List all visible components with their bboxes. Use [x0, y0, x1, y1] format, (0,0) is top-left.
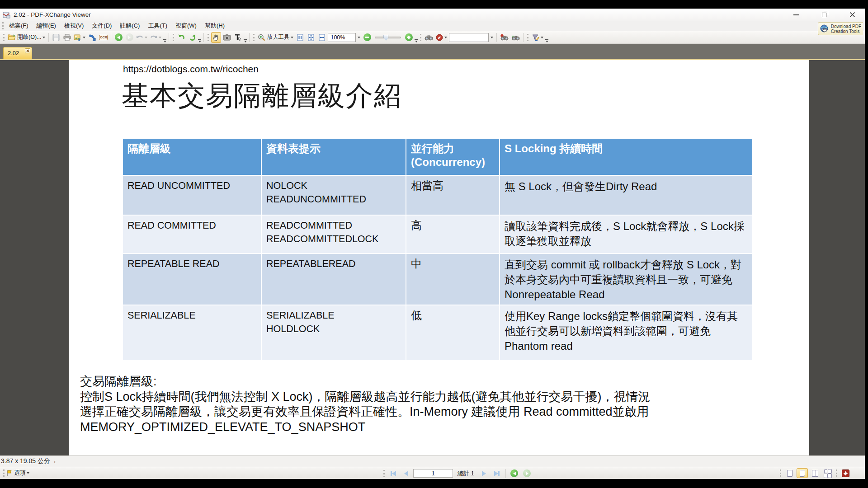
fit-width-button[interactable] [317, 32, 327, 43]
two-page-layout-button[interactable] [809, 468, 821, 478]
rotate-cw-icon [189, 34, 196, 41]
screen: 2.02 - PDF-XChange Viewer 檔案(F) 編輯(E) 檢視… [0, 0, 868, 488]
toolbar-grip[interactable] [253, 34, 255, 41]
highlight-filter-button[interactable] [531, 32, 544, 43]
open-in-adobe-button[interactable] [840, 468, 851, 478]
menu-window[interactable]: 視窗(W) [171, 21, 201, 31]
zoom-slider-thumb[interactable] [383, 35, 388, 41]
zoom-tool-button[interactable]: 放大工具 [257, 32, 294, 43]
close-button[interactable] [843, 9, 861, 20]
search-previous-button[interactable] [499, 32, 509, 43]
search-provider-button[interactable] [435, 32, 448, 43]
next-view-status-button[interactable] [522, 469, 533, 478]
search-history-caret[interactable] [491, 37, 493, 38]
separator [48, 33, 49, 42]
table-cell: NOLOCK READUNCOMMITTED [262, 176, 406, 215]
menu-file[interactable]: 檔案(F) [5, 21, 33, 31]
separator [111, 33, 111, 42]
toolbar-grip[interactable] [3, 34, 5, 41]
open-button[interactable]: 開啟(O)... [7, 32, 46, 43]
rotate-ccw-button[interactable] [176, 32, 186, 43]
search-provider-caret [444, 37, 447, 38]
zoom-level-select[interactable]: 100% [328, 33, 356, 42]
layout-grip[interactable] [780, 469, 781, 477]
options-caret[interactable] [27, 472, 29, 474]
continuous-layout-button[interactable] [797, 468, 808, 478]
search-next-button[interactable] [510, 32, 521, 43]
toolbar-overflow-button[interactable] [198, 39, 201, 42]
toolbar-overflow-button[interactable] [244, 39, 247, 42]
previous-view-button[interactable] [113, 32, 123, 43]
toolbar-overflow-button[interactable] [415, 39, 418, 42]
previous-page-button[interactable] [401, 469, 411, 478]
select-text-button[interactable] [233, 32, 243, 43]
tab-document[interactable]: 2.02 [3, 47, 32, 59]
undo-button[interactable] [135, 32, 148, 43]
hand-tool-button[interactable] [211, 32, 221, 43]
search-input[interactable] [449, 33, 489, 42]
page-total-label: 總計 1 [458, 469, 474, 478]
search-button[interactable] [424, 32, 434, 43]
fit-page-button[interactable] [306, 32, 316, 43]
layout-grip[interactable] [836, 469, 837, 477]
chevron-left-icon[interactable]: ‹ [54, 458, 56, 465]
download-badge-text: Download PDF Creation Tools [831, 24, 861, 34]
first-page-button[interactable] [388, 469, 399, 478]
window-title: 2.02 - PDF-XChange Viewer [14, 11, 91, 18]
menu-document[interactable]: 文件(D) [88, 21, 116, 31]
next-view-icon [126, 33, 133, 41]
tile-layout-button[interactable] [822, 468, 833, 478]
menubar-grip[interactable] [2, 22, 4, 29]
zoom-level-caret[interactable] [358, 37, 360, 38]
export-image-icon [74, 34, 81, 41]
toolbar-grip[interactable] [208, 34, 209, 41]
menu-edit[interactable]: 編輯(E) [33, 21, 60, 31]
page-navigation: 總計 1 [382, 467, 533, 479]
ocr-button[interactable]: OCR [98, 32, 108, 43]
zoom-slider[interactable] [375, 37, 401, 38]
separator [523, 33, 524, 42]
page-number-input[interactable] [413, 469, 453, 478]
menu-tools[interactable]: 工具(T) [144, 21, 171, 31]
table-cell: REPEATABLE READ [123, 254, 261, 305]
redo-button[interactable] [149, 32, 162, 43]
table-cell: 無 S Lock，但會發生Dirty Read [500, 176, 752, 215]
zoom-in-button[interactable] [404, 32, 414, 43]
next-page-button[interactable] [479, 469, 490, 478]
body-text-line: 交易隔離層級: [80, 374, 799, 389]
tab-close-button[interactable] [25, 48, 30, 53]
rotate-cw-button[interactable] [187, 32, 197, 43]
download-pdf-badge[interactable]: Download PDF Creation Tools [818, 22, 863, 35]
send-button[interactable] [87, 32, 97, 43]
zoom-out-button[interactable] [362, 32, 372, 43]
menu-view[interactable]: 檢視(V) [60, 21, 88, 31]
toolbar-overflow-button[interactable] [163, 39, 166, 42]
menu-help[interactable]: 幫助(H) [201, 21, 229, 31]
close-icon [849, 12, 855, 18]
toolbar-grip[interactable] [420, 34, 421, 41]
menu-comments[interactable]: 註解(C) [116, 21, 144, 31]
toolbar-grip[interactable] [173, 34, 174, 41]
options-label[interactable]: 選項 [14, 469, 26, 477]
next-view-button[interactable] [124, 32, 134, 43]
fit-actual-size-icon [297, 34, 304, 41]
fit-actual-size-button[interactable] [295, 32, 305, 43]
restore-button[interactable] [815, 9, 833, 20]
document-viewport[interactable]: https://dotblogs.com.tw/ricochen 基本交易隔離層… [0, 60, 865, 455]
page-url-text: https://dotblogs.com.tw/ricochen [123, 64, 259, 75]
export-image-button[interactable] [73, 32, 86, 43]
isolation-table: 隔離層級 資料表提示 並行能力 (Concurrency) S Locking … [123, 139, 752, 360]
pagenav-grip[interactable] [383, 470, 385, 477]
single-page-layout-button[interactable] [784, 468, 795, 478]
app-window: 2.02 - PDF-XChange Viewer 檔案(F) 編輯(E) 檢視… [0, 9, 865, 479]
last-page-button[interactable] [491, 469, 502, 478]
snapshot-button[interactable] [222, 32, 232, 43]
toolbar-grip[interactable] [527, 34, 528, 41]
save-button[interactable] [51, 32, 61, 43]
search-next-icon [511, 34, 520, 41]
print-button[interactable] [62, 32, 72, 43]
previous-view-status-button[interactable] [509, 469, 520, 478]
toolbar-overflow-button[interactable] [545, 39, 548, 42]
minimize-button[interactable] [787, 9, 805, 20]
statusbar-grip[interactable] [3, 469, 5, 477]
